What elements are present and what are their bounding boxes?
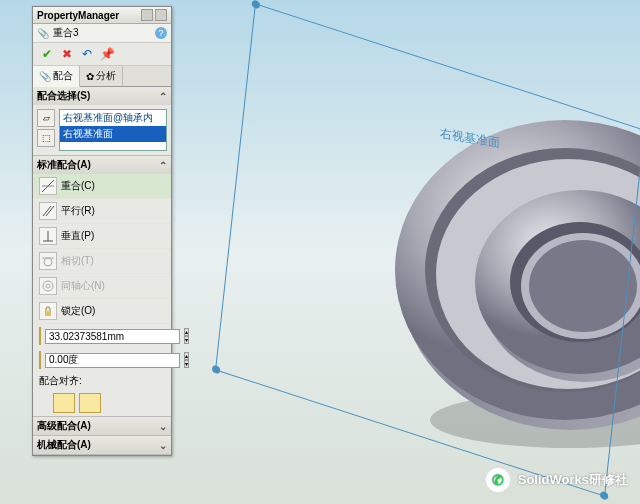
chevron-down-icon: ⌄ <box>159 421 167 432</box>
perpendicular-icon <box>39 227 57 245</box>
align-label: 配合对齐: <box>33 372 171 390</box>
section-selections: 配合选择(S)⌃ ▱ ⬚ 右视基准面@轴承内 右视基准面 <box>33 87 171 156</box>
help-icon[interactable]: ? <box>155 27 167 39</box>
svg-point-6 <box>44 258 52 266</box>
mate-icon: 📎 <box>37 28 49 39</box>
parallel-icon <box>39 202 57 220</box>
cancel-button[interactable]: ✖ <box>59 46 75 62</box>
mech-head[interactable]: 机械配合(A)⌄ <box>33 436 171 454</box>
distance-row: ▴▾ <box>33 324 171 348</box>
concentric-icon <box>39 277 57 295</box>
tangent-icon <box>39 252 57 270</box>
panel-header: PropertyManager <box>33 7 171 24</box>
angle-icon <box>39 351 41 369</box>
chevron-up-icon: ⌃ <box>159 160 167 171</box>
viewport-3d[interactable]: 右视基准面 <box>180 0 640 504</box>
lock-icon <box>39 302 57 320</box>
ok-button[interactable]: ✔ <box>39 46 55 62</box>
action-row: ✔ ✖ ↶ 📌 <box>33 43 171 66</box>
mate-parallel[interactable]: 平行(R) <box>33 199 171 224</box>
svg-point-9 <box>46 284 50 288</box>
angle-input[interactable] <box>45 353 180 368</box>
section-advanced-mates: 高级配合(A)⌄ <box>33 417 171 436</box>
svg-point-8 <box>43 281 53 291</box>
standard-head[interactable]: 标准配合(A)⌃ <box>33 156 171 174</box>
wechat-icon: ✆ <box>486 468 510 492</box>
undo-button[interactable]: ↶ <box>79 46 95 62</box>
chevron-up-icon: ⌃ <box>159 91 167 102</box>
bearing-model <box>370 90 640 470</box>
coincident-icon <box>39 177 57 195</box>
chevron-down-icon: ⌄ <box>159 440 167 451</box>
svg-rect-10 <box>45 311 51 316</box>
mate-coincident[interactable]: 重合(C) <box>33 174 171 199</box>
section-mechanical-mates: 机械配合(A)⌄ <box>33 436 171 455</box>
mate-concentric[interactable]: 同轴心(N) <box>33 274 171 299</box>
distance-icon <box>39 327 41 345</box>
tabs: 📎配合 ✿分析 <box>33 66 171 87</box>
feature-name: 重合3 <box>53 26 79 40</box>
tab-mates[interactable]: 📎配合 <box>33 66 80 87</box>
watermark: ✆ SolidWorks研修社 <box>486 468 628 492</box>
svg-point-20 <box>529 240 637 332</box>
feature-title-row: 📎 重合3 ? <box>33 24 171 43</box>
selection-filter-multi-icon[interactable]: ⬚ <box>37 129 55 147</box>
angle-row: ▴▾ <box>33 348 171 372</box>
align-anti-button[interactable] <box>79 393 101 413</box>
align-same-button[interactable] <box>53 393 75 413</box>
mate-lock[interactable]: 锁定(O) <box>33 299 171 324</box>
pin-button[interactable]: 📌 <box>99 46 115 62</box>
selection-filter-face-icon[interactable]: ▱ <box>37 109 55 127</box>
tab-analysis[interactable]: ✿分析 <box>80 66 123 86</box>
advanced-head[interactable]: 高级配合(A)⌄ <box>33 417 171 435</box>
selection-list[interactable]: 右视基准面@轴承内 右视基准面 <box>59 109 167 151</box>
mate-tangent[interactable]: 相切(T) <box>33 249 171 274</box>
distance-input[interactable] <box>45 329 180 344</box>
header-icon-1[interactable] <box>141 9 153 21</box>
watermark-text: SolidWorks研修社 <box>518 471 628 489</box>
header-icon-2[interactable] <box>155 9 167 21</box>
selections-head[interactable]: 配合选择(S)⌃ <box>33 87 171 105</box>
section-standard-mates: 标准配合(A)⌃ 重合(C) 平行(R) 垂直(P) 相切(T) 同轴心(N) <box>33 156 171 417</box>
selection-item[interactable]: 右视基准面@轴承内 <box>60 110 166 126</box>
property-manager-panel: PropertyManager 📎 重合3 ? ✔ ✖ ↶ 📌 📎配合 ✿分析 … <box>32 6 172 456</box>
panel-title: PropertyManager <box>37 10 119 21</box>
selection-item[interactable]: 右视基准面 <box>60 126 166 142</box>
mate-perpendicular[interactable]: 垂直(P) <box>33 224 171 249</box>
